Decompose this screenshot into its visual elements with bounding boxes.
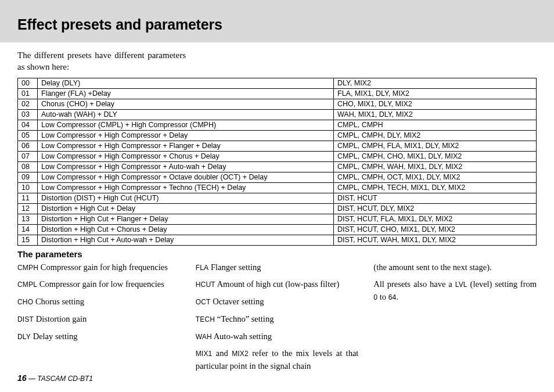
preset-number: 09: [18, 172, 38, 182]
preset-params: CMPL, CMPH, WAH, MIX1, DLY, MIX2: [334, 161, 537, 172]
preset-number: 04: [18, 120, 38, 130]
preset-description: Low Compressor (CMPL) + High Compressor …: [38, 120, 334, 130]
table-row: 03Auto-wah (WAH) + DLYWAH, MIX1, DLY, MI…: [18, 109, 537, 120]
table-row: 05Low Compressor + High Compressor + Del…: [18, 130, 537, 141]
preset-params: CMPL, CMPH, OCT, MIX1, DLY, MIX2: [334, 172, 537, 182]
intro-text: The different presets have different par…: [17, 49, 186, 73]
preset-number: 00: [18, 78, 38, 88]
def-dist: DIST Distortion gain: [17, 313, 181, 326]
preset-description: Low Compressor + High Compressor + Techn…: [38, 182, 334, 193]
table-row: 14Distortion + High Cut + Chorus + Delay…: [18, 224, 537, 235]
preset-params: CHO, MIX1, DLY, MIX2: [334, 99, 537, 109]
preset-description: Distortion + High Cut + Auto-wah + Delay: [38, 235, 334, 245]
preset-params: CMPL, CMPH, FLA, MIX1, DLY, MIX2: [334, 141, 537, 151]
preset-number: 15: [18, 235, 38, 245]
def-oct: OCT Octaver setting: [196, 296, 359, 308]
table-row: 06Low Compressor + High Compressor + Fla…: [18, 141, 537, 151]
preset-description: Low Compressor + High Compressor + Octav…: [38, 172, 334, 182]
def-hcut: HCUT Amount of high cut (low-pass filter…: [196, 278, 359, 291]
def-mix: MIX1 and MIX2 refer to the mix levels at…: [196, 347, 359, 373]
preset-params: FLA, MIX1, DLY, MIX2: [334, 88, 537, 99]
page-title: Effect presets and parameters: [17, 16, 537, 33]
def-dly: DLY Delay setting: [17, 330, 181, 343]
preset-description: Distortion + High Cut + Flanger + Delay: [38, 214, 334, 224]
preset-description: Chorus (CHO) + Delay: [38, 99, 334, 109]
table-row: 00Delay (DLY)DLY, MIX2: [18, 78, 537, 88]
table-row: 07Low Compressor + High Compressor + Cho…: [18, 151, 537, 161]
preset-description: Auto-wah (WAH) + DLY: [38, 109, 334, 120]
preset-number: 12: [18, 203, 38, 214]
def-cho: CHO Chorus setting: [17, 296, 181, 308]
preset-params: CMPL, CMPH: [334, 120, 537, 130]
preset-description: Delay (DLY): [38, 78, 334, 88]
preset-number: 02: [18, 99, 38, 109]
preset-params: DIST, HCUT, WAH, MIX1, DLY, MIX2: [334, 235, 537, 245]
preset-number: 05: [18, 130, 38, 141]
preset-number: 08: [18, 161, 38, 172]
preset-description: Distortion + High Cut + Chorus + Delay: [38, 224, 334, 235]
table-row: 01Flanger (FLA) +DelayFLA, MIX1, DLY, MI…: [18, 88, 537, 99]
preset-description: Flanger (FLA) +Delay: [38, 88, 334, 99]
preset-params: DIST, HCUT: [334, 193, 537, 203]
table-row: 13Distortion + High Cut + Flanger + Dela…: [18, 214, 537, 224]
table-row: 08Low Compressor + High Compressor + Aut…: [18, 161, 537, 172]
preset-number: 10: [18, 182, 38, 193]
page-footer: 16 — TASCAM CD-BT1: [17, 373, 93, 383]
preset-params: CMPL, CMPH, CHO, MIX1, DLY, MIX2: [334, 151, 537, 161]
def-cmph: CMPH Compressor gain for high frequencie…: [17, 261, 181, 274]
table-row: 10Low Compressor + High Compressor + Tec…: [18, 182, 537, 193]
table-row: 12Distortion + High Cut + DelayDIST, HCU…: [18, 203, 537, 214]
preset-params: WAH, MIX1, DLY, MIX2: [334, 109, 537, 120]
def-tech: TECH “Techno” setting: [196, 313, 359, 326]
parameters-columns: CMPH Compressor gain for high frequencie…: [17, 261, 537, 377]
preset-number: 07: [18, 151, 38, 161]
preset-params: DLY, MIX2: [334, 78, 537, 88]
preset-params: CMPL, CMPH, DLY, MIX2: [334, 130, 537, 141]
table-row: 11Distortion (DIST) + High Cut (HCUT)DIS…: [18, 193, 537, 203]
preset-number: 06: [18, 141, 38, 151]
table-row: 15Distortion + High Cut + Auto-wah + Del…: [18, 235, 537, 245]
def-lvl: All presets also have a LVL (level) sett…: [373, 278, 537, 304]
preset-description: Distortion (DIST) + High Cut (HCUT): [38, 193, 334, 203]
def-wah: WAH Auto-wah setting: [196, 330, 359, 343]
table-row: 04Low Compressor (CMPL) + High Compresso…: [18, 120, 537, 130]
preset-number: 03: [18, 109, 38, 120]
preset-number: 13: [18, 214, 38, 224]
page-number: 16: [17, 373, 27, 383]
preset-params: CMPL, CMPH, TECH, MIX1, DLY, MIX2: [334, 182, 537, 193]
preset-description: Low Compressor + High Compressor + Auto-…: [38, 161, 334, 172]
def-cmpl: CMPL Compressor gain for low frequencies: [17, 278, 181, 291]
parameters-heading: The parameters: [17, 249, 537, 259]
def-mix-cont: (the amount sent to the next stage).: [373, 261, 537, 274]
preset-description: Distortion + High Cut + Delay: [38, 203, 334, 214]
preset-description: Low Compressor + High Compressor + Choru…: [38, 151, 334, 161]
preset-params: DIST, HCUT, CHO, MIX1, DLY, MIX2: [334, 224, 537, 235]
table-row: 02Chorus (CHO) + DelayCHO, MIX1, DLY, MI…: [18, 99, 537, 109]
preset-description: Low Compressor + High Compressor + Delay: [38, 130, 334, 141]
preset-description: Low Compressor + High Compressor + Flang…: [38, 141, 334, 151]
preset-params: DIST, HCUT, DLY, MIX2: [334, 203, 537, 214]
presets-table: 00Delay (DLY)DLY, MIX201Flanger (FLA) +D…: [17, 78, 537, 246]
def-fla: FLA Flanger setting: [196, 261, 359, 274]
table-row: 09Low Compressor + High Compressor + Oct…: [18, 172, 537, 182]
preset-number: 11: [18, 193, 38, 203]
preset-number: 01: [18, 88, 38, 99]
preset-number: 14: [18, 224, 38, 235]
product-name: TASCAM CD-BT1: [37, 375, 93, 383]
preset-params: DIST, HCUT, FLA, MIX1, DLY, MIX2: [334, 214, 537, 224]
